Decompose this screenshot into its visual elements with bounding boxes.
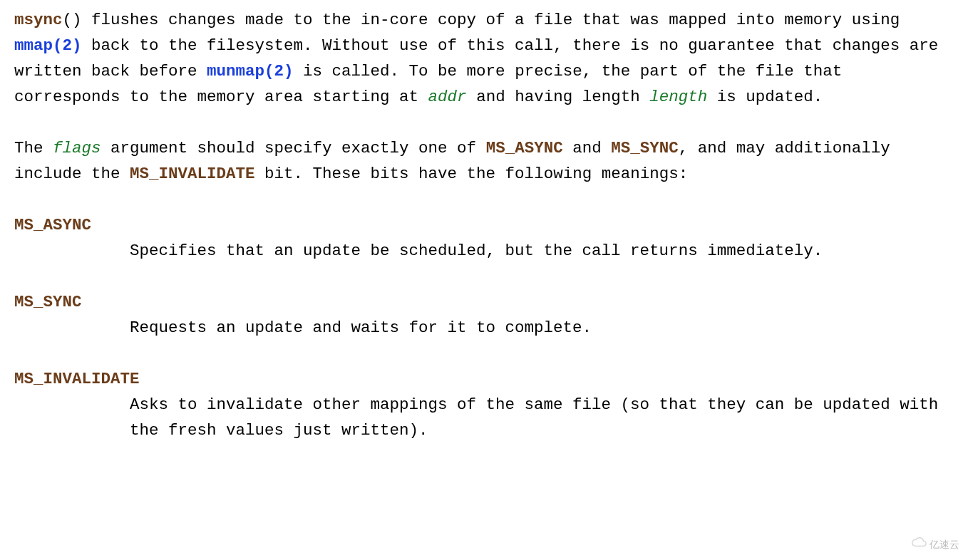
text-segment: and having length — [467, 88, 650, 106]
const-ms-invalidate: MS_INVALIDATE — [130, 165, 255, 183]
flag-definition: Specifies that an update be scheduled, b… — [14, 238, 954, 264]
param-addr: addr — [428, 88, 467, 106]
text-segment: The — [14, 139, 53, 157]
param-length: length — [649, 88, 707, 106]
text-segment: argument should specify exactly one of — [101, 139, 486, 157]
text-segment: and — [563, 139, 612, 157]
flag-entry-ms-sync: MS_SYNC Requests an update and waits for… — [14, 289, 954, 341]
text-segment: is updated. — [707, 88, 823, 106]
text-segment: () flushes changes made to the in-core c… — [63, 11, 900, 29]
description-paragraph-2: The flags argument should specify exactl… — [14, 135, 954, 187]
flag-entry-ms-async: MS_ASYNC Specifies that an update be sch… — [14, 212, 954, 264]
function-name: msync — [14, 11, 63, 29]
text-segment: bit. These bits have the following meani… — [255, 165, 689, 183]
flag-term: MS_INVALIDATE — [14, 366, 954, 392]
flag-definition: Requests an update and waits for it to c… — [14, 315, 954, 341]
manpage-content: msync() flushes changes made to the in-c… — [14, 7, 954, 443]
flag-term: MS_ASYNC — [14, 212, 954, 238]
const-ms-sync: MS_SYNC — [611, 139, 679, 157]
flag-term: MS_SYNC — [14, 289, 954, 315]
param-flags: flags — [53, 139, 101, 157]
description-paragraph-1: msync() flushes changes made to the in-c… — [14, 7, 954, 110]
link-munmap[interactable]: munmap(2) — [207, 62, 294, 81]
flag-entry-ms-invalidate: MS_INVALIDATE Asks to invalidate other m… — [14, 366, 954, 443]
const-ms-async: MS_ASYNC — [486, 139, 563, 157]
link-mmap[interactable]: mmap(2) — [14, 36, 82, 55]
flag-definition: Asks to invalidate other mappings of the… — [14, 392, 954, 443]
